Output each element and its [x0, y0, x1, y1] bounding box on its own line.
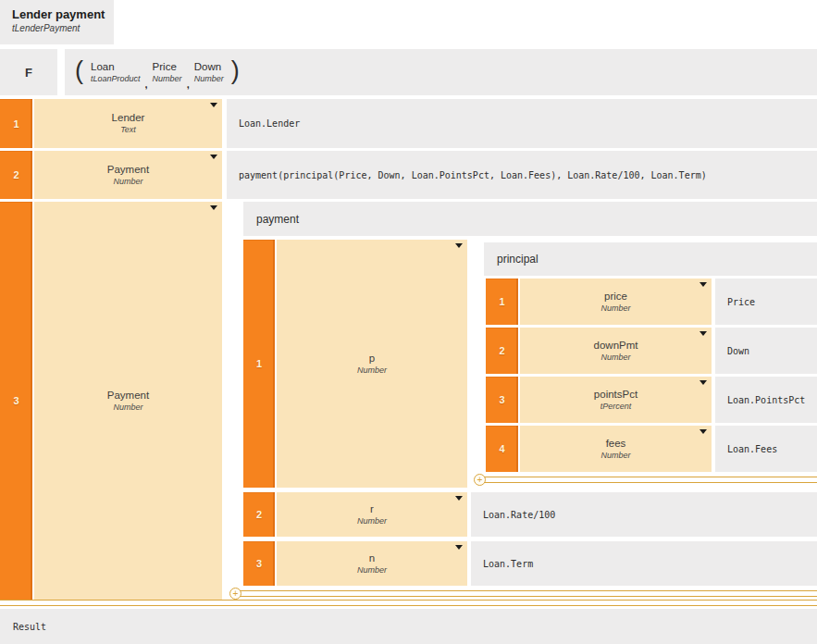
- param-loan[interactable]: Loan tLoanProduct: [91, 60, 141, 84]
- name-cell-p[interactable]: p Number: [277, 240, 467, 488]
- function-signature: ( Loan tLoanProduct , Price Number , Dow…: [65, 49, 817, 95]
- payment-row-number-2[interactable]: 2: [243, 492, 275, 537]
- dropdown-arrow-icon[interactable]: [699, 282, 707, 287]
- name-cell-downpmt[interactable]: downPmt Number: [520, 328, 712, 374]
- formula-cell-r[interactable]: Loan.Rate/100: [471, 492, 817, 537]
- variable-type: Number: [600, 451, 630, 461]
- variable-type: Number: [600, 353, 630, 363]
- param-name: Down: [194, 60, 221, 73]
- row-number-1[interactable]: 1: [0, 99, 32, 148]
- variable-type: Number: [357, 565, 387, 576]
- variable-type: Number: [113, 402, 142, 413]
- formula-cell-downpmt[interactable]: Down: [715, 328, 817, 374]
- param-separator: ,: [187, 79, 190, 90]
- variable-type: Number: [357, 365, 387, 376]
- principal-panel-header: principal: [484, 242, 817, 276]
- name-cell-pointspct[interactable]: pointsPct tPercent: [520, 377, 712, 423]
- name-cell-fees[interactable]: fees Number: [520, 426, 712, 472]
- open-paren: (: [70, 58, 88, 86]
- param-type: Number: [194, 74, 224, 84]
- add-row-control-main[interactable]: [0, 596, 817, 610]
- variable-name: Payment: [107, 164, 149, 176]
- param-type: Number: [153, 74, 182, 84]
- variable-type: Text: [120, 125, 136, 135]
- principal-row-number-3[interactable]: 3: [486, 377, 518, 423]
- name-cell-r[interactable]: r Number: [277, 492, 467, 537]
- principal-row-number-4[interactable]: 4: [486, 426, 518, 472]
- variable-name: price: [604, 291, 627, 303]
- function-type-name: tLenderPayment: [12, 22, 114, 34]
- function-editor: Lender payment tLenderPayment F ( Loan t…: [0, 0, 817, 644]
- payment-row-number-1[interactable]: 1: [243, 240, 275, 488]
- add-row-lines: [479, 477, 817, 483]
- variable-name: Lender: [112, 112, 145, 124]
- dropdown-arrow-icon[interactable]: [455, 545, 463, 550]
- param-name: Price: [153, 60, 177, 73]
- formula-cell-price[interactable]: Price: [715, 279, 817, 325]
- param-separator: ,: [145, 79, 148, 90]
- add-row-lines: [0, 600, 817, 606]
- tab-lender-payment[interactable]: Lender payment tLenderPayment: [0, 0, 114, 44]
- payment-panel-header: payment: [243, 202, 817, 236]
- variable-name: Payment: [107, 390, 149, 402]
- dropdown-arrow-icon[interactable]: [699, 380, 707, 385]
- dropdown-arrow-icon[interactable]: [210, 205, 217, 210]
- variable-name: n: [369, 552, 375, 564]
- dropdown-arrow-icon[interactable]: [455, 496, 463, 501]
- row-number-3[interactable]: 3: [0, 202, 32, 600]
- variable-type: Number: [113, 177, 142, 187]
- variable-type: Number: [357, 516, 387, 526]
- dropdown-arrow-icon[interactable]: [699, 331, 707, 336]
- formula-cell-fees[interactable]: Loan.Fees: [715, 426, 817, 472]
- variable-name: fees: [606, 438, 626, 450]
- formula-cell-n[interactable]: Loan.Term: [471, 541, 817, 586]
- dropdown-arrow-icon[interactable]: [210, 103, 217, 107]
- name-cell-payment-expanded[interactable]: Payment Number: [34, 202, 222, 600]
- formula-cell-lender[interactable]: Loan.Lender: [227, 99, 817, 148]
- param-down[interactable]: Down Number: [194, 60, 224, 84]
- add-row-plus-icon[interactable]: [229, 588, 241, 600]
- variable-name: downPmt: [594, 340, 638, 352]
- formula-cell-pointspct[interactable]: Loan.PointsPct: [715, 377, 817, 423]
- formula-cell-payment[interactable]: payment(principal(Price, Down, Loan.Poin…: [227, 151, 817, 199]
- close-paren: ): [227, 58, 244, 86]
- dropdown-arrow-icon[interactable]: [699, 429, 707, 434]
- variable-name: p: [369, 353, 375, 365]
- result-bar: Result: [0, 609, 817, 644]
- principal-row-number-1[interactable]: 1: [486, 279, 518, 325]
- payment-row-number-3[interactable]: 3: [243, 541, 275, 586]
- function-marker: F: [0, 49, 57, 95]
- name-cell-lender[interactable]: Lender Text: [34, 99, 222, 148]
- variable-type: Number: [600, 303, 630, 314]
- principal-row-number-2[interactable]: 2: [486, 328, 518, 374]
- function-title: Lender payment: [12, 7, 114, 22]
- add-row-plus-icon[interactable]: [474, 474, 486, 486]
- variable-name: pointsPct: [594, 389, 638, 401]
- param-type: tLoanProduct: [91, 74, 141, 84]
- name-cell-n[interactable]: n Number: [277, 541, 467, 586]
- add-row-control-principal[interactable]: [474, 473, 817, 487]
- param-price[interactable]: Price Number: [153, 60, 182, 84]
- dropdown-arrow-icon[interactable]: [210, 155, 217, 159]
- variable-type: tPercent: [600, 402, 632, 412]
- param-name: Loan: [91, 60, 115, 73]
- result-label: Result: [13, 622, 46, 632]
- dropdown-arrow-icon[interactable]: [455, 243, 463, 248]
- variable-name: r: [370, 503, 374, 515]
- row-number-2[interactable]: 2: [0, 151, 32, 199]
- name-cell-payment-formula[interactable]: Payment Number: [34, 151, 222, 199]
- name-cell-price[interactable]: price Number: [520, 279, 712, 325]
